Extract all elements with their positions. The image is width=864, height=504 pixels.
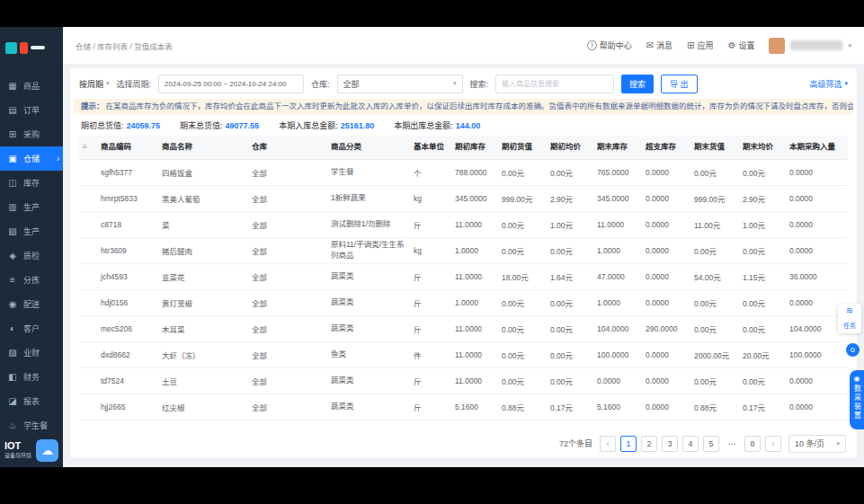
search-input[interactable] xyxy=(495,75,614,93)
help-icon: ? xyxy=(587,40,597,50)
pager-page-4[interactable]: 4 xyxy=(682,436,699,452)
iot-panel[interactable]: IOT 设备与环境 ☁ xyxy=(0,433,63,467)
column-header[interactable]: 商品分类 xyxy=(327,136,410,159)
table-row[interactable]: dxd8662大虾（冻）全部鱼类件11.00000.00元0.00元100.00… xyxy=(79,341,848,367)
topbar-action-settings[interactable]: ⚙设置 xyxy=(728,40,755,51)
pager-page-3[interactable]: 3 xyxy=(662,436,678,452)
sidebar-item-goods[interactable]: ▦商品 xyxy=(0,74,63,98)
warehouse-select[interactable]: 全部 ▾ xyxy=(337,75,463,93)
purchase-icon: ⊞ xyxy=(7,129,18,139)
warehouse-icon: ▣ xyxy=(7,154,18,164)
topbar-action-apps[interactable]: ⊞应用 xyxy=(687,40,713,51)
pager-prev-button[interactable]: ‹ xyxy=(600,436,616,452)
table-cell: 100.0000 xyxy=(593,341,642,367)
pager-page-1[interactable]: 1 xyxy=(620,436,637,452)
table-cell: 斤 xyxy=(410,393,451,420)
table-cell: 0.00元 xyxy=(547,367,593,393)
column-header[interactable]: 基本单位 xyxy=(410,136,451,159)
table-cell: jch4593 xyxy=(97,263,158,289)
table-cell: htr3609 xyxy=(97,237,158,263)
sidebar-item-business-finance[interactable]: ▨业财 xyxy=(0,340,63,365)
table-row[interactable]: td7524土豆全部蔬菜类斤11.00000.00元0.00元0.00000.0… xyxy=(79,367,848,393)
column-filter-icon[interactable]: ≡ xyxy=(79,136,97,159)
pager-ellipsis[interactable]: ⋯ xyxy=(724,436,740,452)
column-header[interactable]: 商品编码 xyxy=(97,136,158,159)
table-row[interactable]: mec5206木耳菜全部蔬菜类斤11.00000.00元0.00元104.000… xyxy=(79,315,848,341)
stat-label: 期末总货值: xyxy=(180,121,223,130)
breadcrumb-item[interactable]: 仓储 xyxy=(76,42,91,51)
table-header-row: ≡商品编码商品名称仓库商品分类基本单位期初库存期初货值期初均价期末库存超支库存期… xyxy=(79,136,848,159)
pager-page-5[interactable]: 5 xyxy=(703,436,719,452)
pager-next-button[interactable]: › xyxy=(765,436,781,452)
table-cell: 1.00元 xyxy=(739,211,786,237)
table-cell: hmrpt5833 xyxy=(97,185,158,211)
table-row[interactable]: hdj0156黄灯笼椒全部蔬菜类斤1.00000.00元0.00元1.00000… xyxy=(79,289,848,315)
table-row[interactable]: sgfh5377四格饭盒全部学生餐个788.00000.00元0.00元765.… xyxy=(79,159,848,185)
sidebar-item-purchase[interactable]: ⊞采购 xyxy=(0,122,63,146)
column-header[interactable]: 期初均价 xyxy=(547,136,593,159)
export-button[interactable]: 导 出 xyxy=(661,75,698,93)
sidebar-item-delivery[interactable]: ◉配送 xyxy=(0,292,63,316)
data-collection-widget[interactable]: ◉ 数采装置 xyxy=(850,370,864,429)
table-cell: 蔬菜类 xyxy=(327,315,410,341)
iot-subtitle: 设备与环境 xyxy=(4,451,31,459)
sidebar-item-orders[interactable]: ▤订单 xyxy=(0,98,63,122)
business-finance-icon: ▨ xyxy=(7,348,18,358)
table-row[interactable]: htr3609猪后腿肉全部原料11/干调类/生生系列商品kg1.00000.00… xyxy=(79,237,848,263)
sidebar-item-label: 生产 xyxy=(23,225,40,237)
column-header[interactable]: 期末货值 xyxy=(690,136,739,159)
column-header[interactable]: 商品名称 xyxy=(158,136,248,159)
logo-bar xyxy=(31,46,45,49)
search-button[interactable]: 搜索 xyxy=(621,75,654,93)
page-size-select[interactable]: 10 条/页 ▾ xyxy=(788,435,846,453)
production-icon: ▥ xyxy=(7,202,18,212)
table-row[interactable]: c8718菜全部测试删除1/勿删除斤11.00000.00元1.00元11.00… xyxy=(79,211,848,237)
search-label: 搜索: xyxy=(470,78,489,90)
sidebar-item-label: 质检 xyxy=(23,250,40,261)
column-header[interactable]: 期末均价 xyxy=(739,136,786,159)
table-cell: 0.0000 xyxy=(593,367,642,393)
topbar-action-message[interactable]: ✉消息 xyxy=(646,40,672,51)
sidebar-item-warehouse[interactable]: ▣仓储› xyxy=(0,146,63,171)
table-row[interactable]: hmrpt5833黑美人葡萄全部1新鲜蔬果kg345.0000999.00元2.… xyxy=(79,185,848,211)
sidebar-item-customer[interactable]: ◐客户 xyxy=(0,316,63,340)
topbar-action-help[interactable]: ?帮助中心 xyxy=(587,40,632,51)
sidebar-item-finance[interactable]: ◧财务 xyxy=(0,365,63,389)
table-row[interactable]: hjj2665红尖椒全部蔬菜类斤5.16000.88元0.17元5.16000.… xyxy=(79,393,848,420)
float-circle-button[interactable] xyxy=(846,343,860,357)
row-leading-cell xyxy=(79,159,97,185)
sidebar-item-production-2[interactable]: ▧生产 xyxy=(0,219,63,243)
column-header[interactable]: 期初库存 xyxy=(451,136,498,159)
goods-icon: ▦ xyxy=(7,81,18,91)
column-header[interactable]: 期末库存 xyxy=(593,136,642,159)
sidebar-item-reports[interactable]: ◪报表 xyxy=(0,389,63,413)
sidebar-item-inventory[interactable]: ◫库存 xyxy=(0,171,63,195)
breadcrumb-item[interactable]: 库存列表 xyxy=(97,42,128,51)
table-cell: 原料11/干调类/生生系列商品 xyxy=(327,237,410,263)
table-row[interactable]: jch4593韭菜花全部蔬菜类斤11.000018.00元1.64元47.000… xyxy=(79,263,848,289)
advanced-filter-link[interactable]: 高级筛选 ▾ xyxy=(809,78,848,90)
table-cell: kg xyxy=(410,237,451,263)
task-widget[interactable]: ≋ 任务 xyxy=(838,304,861,333)
chevron-down-icon: ▾ xyxy=(844,80,848,87)
column-header[interactable]: 本期采购入量 xyxy=(786,136,848,159)
pager-page-8[interactable]: 8 xyxy=(744,436,761,452)
pager-page-2[interactable]: 2 xyxy=(641,436,657,452)
column-header[interactable]: 期初货值 xyxy=(498,136,547,159)
column-header[interactable]: 超支库存 xyxy=(642,136,690,159)
period-range-input[interactable] xyxy=(158,75,304,93)
period-mode-select[interactable]: 按周期 ▾ xyxy=(79,78,110,90)
row-leading-cell xyxy=(79,341,97,367)
table-cell: 345.0000 xyxy=(451,185,498,211)
sidebar-item-production-1[interactable]: ▥生产 xyxy=(0,195,63,219)
column-header[interactable]: 仓库 xyxy=(248,136,327,159)
table-cell: 学生餐 xyxy=(327,159,410,185)
app-window: 仓储 / 库存列表 / 货值成本表 ?帮助中心✉消息⊞应用⚙设置 ▾ ▦商品▤订… xyxy=(0,27,864,467)
breadcrumb-item[interactable]: 货值成本表 xyxy=(134,42,173,51)
table-cell: 20.00元 xyxy=(739,341,786,367)
avatar[interactable] xyxy=(769,38,785,54)
sidebar-item-quality[interactable]: ◈质检 xyxy=(0,243,63,268)
user-menu[interactable]: ▾ xyxy=(769,38,851,54)
sidebar-item-sorting[interactable]: ≡分拣 xyxy=(0,268,63,292)
table-cell: 全部 xyxy=(248,237,327,263)
